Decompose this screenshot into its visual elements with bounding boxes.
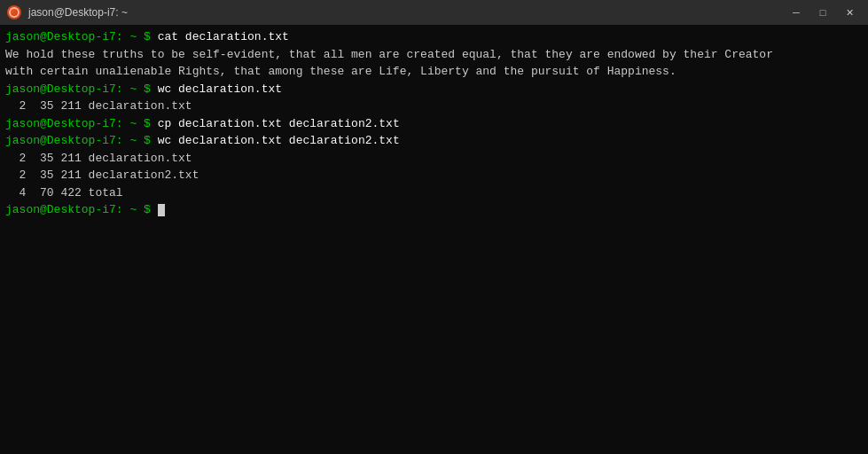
terminal-line: 2 35 211 declaration.txt: [5, 98, 863, 115]
terminal-line: 2 35 211 declaration.txt: [5, 150, 863, 168]
terminal-line: jason@Desktop-i7: ~ $ cp declaration.txt…: [5, 115, 863, 133]
window-title: jason@Desktop-i7: ~: [28, 6, 128, 19]
title-bar-left: jason@Desktop-i7: ~: [7, 5, 128, 20]
terminal-line: jason@Desktop-i7: ~ $: [5, 201, 863, 219]
terminal-line: jason@Desktop-i7: ~ $ wc declaration.txt…: [5, 132, 863, 150]
title-bar-controls: ─ □ ✕: [785, 4, 861, 21]
terminal-line: jason@Desktop-i7: ~ $ wc declaration.txt: [5, 81, 863, 98]
terminal-line: jason@Desktop-i7: ~ $ cat declaration.tx…: [5, 28, 863, 46]
maximize-button[interactable]: □: [811, 4, 834, 21]
terminal-line: with certain unalienable Rights, that am…: [5, 63, 863, 81]
terminal-output: jason@Desktop-i7: ~ $ cat declaration.tx…: [5, 28, 863, 219]
title-bar: jason@Desktop-i7: ~ ─ □ ✕: [0, 0, 868, 25]
terminal-line: We hold these truths to be self-evident,…: [5, 46, 863, 64]
terminal-line: 4 70 422 total: [5, 184, 863, 202]
terminal-line: 2 35 211 declaration2.txt: [5, 167, 863, 184]
ubuntu-icon: [7, 5, 21, 20]
minimize-button[interactable]: ─: [785, 4, 808, 21]
terminal-body[interactable]: jason@Desktop-i7: ~ $ cat declaration.tx…: [0, 25, 868, 454]
close-button[interactable]: ✕: [838, 4, 861, 21]
